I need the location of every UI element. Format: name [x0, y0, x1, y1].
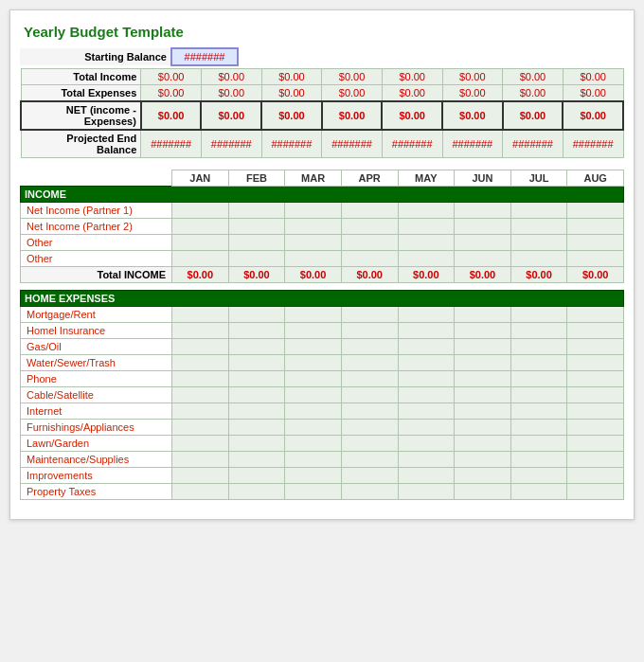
list-item: Phone: [21, 371, 624, 387]
list-item: Maintenance/Supplies: [21, 452, 624, 468]
month-jul: JUL: [510, 170, 567, 187]
list-item: Homel Insurance: [21, 323, 624, 339]
list-item: Gas/Oil: [21, 339, 624, 355]
projected-end-label: Projected End Balance: [21, 130, 141, 158]
net-label: NET (income - Expenses): [21, 101, 141, 130]
month-feb: FEB: [228, 170, 285, 187]
month-apr: APR: [341, 170, 398, 187]
list-item: Internet: [21, 403, 624, 420]
list-item: Mortgage/Rent: [21, 307, 624, 323]
page-title: Yearly Budget Template: [20, 20, 624, 47]
total-expenses-label: Total Expenses: [21, 85, 141, 102]
month-jun: JUN: [455, 170, 511, 187]
month-mar: MAR: [285, 170, 342, 187]
list-item: Net Income (Partner 1): [21, 203, 624, 219]
list-item: Improvements: [21, 468, 624, 484]
home-expenses-section-header: HOME EXPENSES: [21, 291, 624, 307]
month-aug: AUG: [567, 170, 624, 187]
starting-balance-label: Starting Balance: [20, 48, 171, 65]
income-section-header: INCOME: [21, 187, 624, 203]
list-item: Net Income (Partner 2): [21, 219, 624, 235]
month-header-row: JAN FEB MAR APR MAY JUN JUL AUG: [21, 170, 624, 187]
list-item: Lawn/Garden: [21, 436, 624, 452]
spreadsheet-container: Yearly Budget Template Starting Balance …: [9, 9, 635, 520]
total-income-jan: $0.00: [141, 69, 202, 85]
total-income-label: Total Income: [21, 69, 141, 85]
list-item: Furnishings/Appliances: [21, 420, 624, 436]
month-jan: JAN: [172, 170, 229, 187]
list-item: Other: [21, 235, 624, 251]
list-item: Property Taxes: [21, 484, 624, 500]
list-item: Other: [21, 251, 624, 267]
list-item: Cable/Satellite: [21, 387, 624, 403]
total-income-row: Total INCOME $0.00 $0.00 $0.00 $0.00 $0.…: [21, 267, 624, 283]
starting-balance-value[interactable]: #######: [171, 48, 238, 65]
list-item: Water/Sewer/Trash: [21, 355, 624, 371]
month-may: MAY: [398, 170, 455, 187]
